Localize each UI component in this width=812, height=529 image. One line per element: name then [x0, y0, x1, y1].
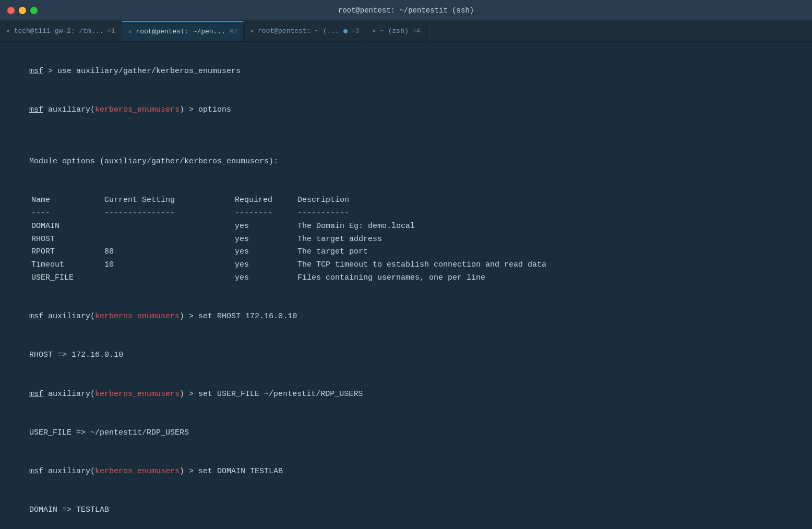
row-domain-name: DOMAIN	[31, 220, 104, 233]
row-rport-desc: The target port	[297, 246, 368, 259]
prompt-msf: msf	[29, 67, 43, 76]
terminal-line-domain-result: DOMAIN => TESTLAB	[10, 491, 802, 530]
row-rport-name: RPORT	[31, 246, 104, 259]
prompt-msf: msf	[29, 390, 43, 399]
table-header-row: Name Current Setting Required Descriptio…	[31, 194, 802, 207]
maximize-button[interactable]	[30, 7, 38, 14]
terminal-line-set-rhost: msf auxiliary(kerberos_enumusers) > set …	[10, 297, 802, 336]
tab-label: root@pentest: ~/pen...	[136, 28, 225, 35]
tab-kbd: ⌘2	[230, 28, 237, 35]
window-controls[interactable]	[7, 7, 38, 14]
sep-desc: -----------	[297, 207, 349, 220]
table-row-domain: DOMAIN yes The Domain Eg: demo.local	[31, 220, 802, 233]
table-row-timeout: Timeout 10 yes The TCP timeout to establ…	[31, 259, 802, 272]
row-domain-current	[104, 220, 235, 233]
row-timeout-current: 10	[104, 259, 235, 272]
terminal-line: msf auxiliary(kerberos_enumusers) > opti…	[10, 91, 802, 129]
row-rhost-current	[104, 233, 235, 246]
window-title: root@pentest: ~/pentestit (ssh)	[338, 6, 474, 15]
row-userfile-name: USER_FILE	[31, 272, 104, 285]
module-options-header: Module options (auxiliary/gather/kerbero…	[10, 142, 802, 181]
sep-name: ----	[31, 207, 104, 220]
tab-kbd: ⌘3	[352, 27, 359, 35]
col-current-header: Current Setting	[104, 194, 235, 207]
row-timeout-required: yes	[235, 259, 297, 272]
module-name: kerberos_enumusers	[95, 390, 180, 399]
row-rport-current: 88	[104, 246, 235, 259]
table-row-rhost: RHOST yes The target address	[31, 233, 802, 246]
col-name-header: Name	[31, 194, 104, 207]
table-separator-row: ---- --------------- -------- ----------…	[31, 207, 802, 220]
row-userfile-desc: Files containing usernames, one per line	[297, 272, 485, 285]
row-userfile-current	[104, 272, 235, 285]
terminal-line-userfile-result: USER_FILE => ~/pentestit/RDP_USERS	[10, 414, 802, 452]
tab-kbd: ⌘1	[108, 27, 115, 35]
row-userfile-required: yes	[235, 272, 297, 285]
row-rhost-desc: The target address	[297, 233, 382, 246]
row-domain-required: yes	[235, 220, 297, 233]
tab-close-icon[interactable]: ✕	[6, 28, 10, 34]
sep-required: --------	[235, 207, 297, 220]
tab-label: root@pentest: ~ (...	[258, 27, 339, 35]
tab-4[interactable]: ✕ ~ (zsh) ⌘4	[366, 21, 427, 41]
module-name: kerberos_enumusers	[95, 105, 180, 114]
terminal-line-set-domain: msf auxiliary(kerberos_enumusers) > set …	[10, 452, 802, 491]
tab-label: ~ (zsh)	[380, 27, 409, 35]
row-timeout-name: Timeout	[31, 259, 104, 272]
tab-1[interactable]: ✕ tech@tl11-gw-2: /tm... ⌘1	[0, 21, 122, 41]
close-button[interactable]	[7, 7, 15, 14]
table-row-rport: RPORT 88 yes The target port	[31, 246, 802, 259]
tab-close-icon[interactable]: ✕	[373, 28, 376, 34]
prompt-msf: msf	[29, 312, 43, 321]
table-row-userfile: USER_FILE yes Files containing usernames…	[31, 272, 802, 285]
terminal-line-set-userfile: msf auxiliary(kerberos_enumusers) > set …	[10, 375, 802, 414]
tab-close-icon[interactable]: ✕	[250, 28, 254, 34]
tab-3[interactable]: ✕ root@pentest: ~ (... ⌘3	[244, 21, 366, 41]
col-required-header: Required	[235, 194, 297, 207]
blank-line	[10, 285, 802, 298]
sep-current: ---------------	[104, 207, 235, 220]
blank-line	[10, 130, 802, 143]
tab-2[interactable]: ✕ root@pentest: ~/pen... ⌘2	[122, 21, 244, 41]
col-desc-header: Description	[297, 194, 349, 207]
prompt-msf: msf	[29, 105, 43, 114]
terminal[interactable]: msf > use auxiliary/gather/kerberos_enum…	[0, 42, 812, 529]
row-timeout-desc: The TCP timeout to establish connection …	[297, 259, 546, 272]
terminal-line: msf > use auxiliary/gather/kerberos_enum…	[10, 52, 802, 91]
tab-bar: ✕ tech@tl11-gw-2: /tm... ⌘1 ✕ root@pente…	[0, 21, 812, 42]
tab-active-dot	[343, 29, 348, 33]
row-rhost-required: yes	[235, 233, 297, 246]
row-rhost-name: RHOST	[31, 233, 104, 246]
module-name: kerberos_enumusers	[95, 467, 180, 476]
prompt-msf: msf	[29, 467, 43, 476]
terminal-line-rhost-result: RHOST => 172.16.0.10	[10, 336, 802, 375]
row-domain-desc: The Domain Eg: demo.local	[297, 220, 415, 233]
module-name: kerberos_enumusers	[95, 312, 180, 321]
tab-close-icon[interactable]: ✕	[128, 28, 132, 35]
row-rport-required: yes	[235, 246, 297, 259]
blank-line	[10, 182, 802, 195]
title-bar: root@pentest: ~/pentestit (ssh)	[0, 0, 812, 21]
tab-kbd: ⌘4	[413, 27, 420, 35]
minimize-button[interactable]	[19, 7, 26, 14]
tab-label: tech@tl11-gw-2: /tm...	[14, 27, 104, 35]
